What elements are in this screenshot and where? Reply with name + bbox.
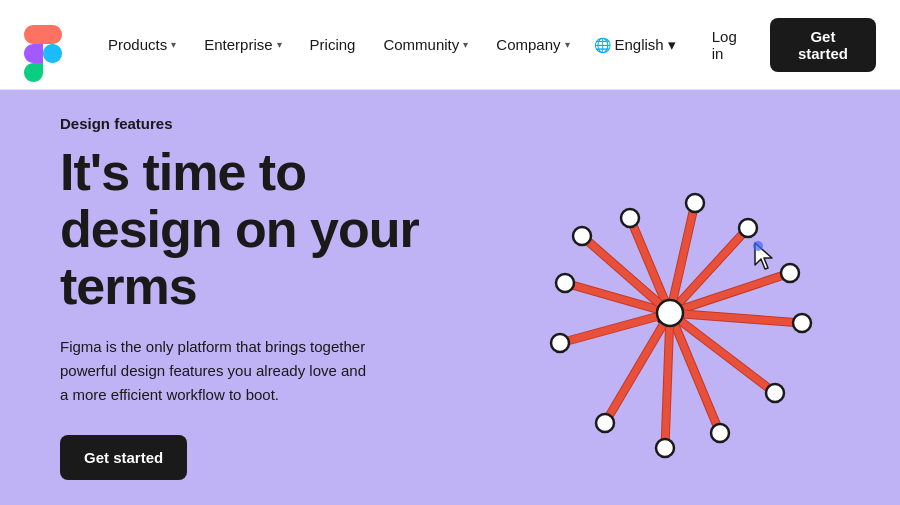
navbar: Products ▾ Enterprise ▾ Pricing Communit… xyxy=(0,0,900,90)
svg-line-23 xyxy=(665,313,670,448)
svg-line-14 xyxy=(670,313,802,323)
hero-cta-button[interactable]: Get started xyxy=(60,435,187,480)
community-chevron-icon: ▾ xyxy=(463,39,468,50)
nav-products[interactable]: Products ▾ xyxy=(96,28,188,61)
figma-logo[interactable] xyxy=(24,25,64,65)
svg-point-21 xyxy=(711,424,729,442)
nav-pricing-label: Pricing xyxy=(310,36,356,53)
nav-right: 🌐 English ▾ Log in Get started xyxy=(582,18,877,72)
hero-cta-label: Get started xyxy=(84,449,163,466)
hero-section: Design features It's time to design on y… xyxy=(0,90,900,505)
language-flag-icon: 🌐 xyxy=(594,37,611,53)
company-chevron-icon: ▾ xyxy=(565,39,570,50)
language-selector[interactable]: 🌐 English ▾ xyxy=(582,28,688,62)
nav-community[interactable]: Community ▾ xyxy=(371,28,480,61)
svg-point-39 xyxy=(657,300,683,326)
nav-products-label: Products xyxy=(108,36,167,53)
language-label: English xyxy=(615,36,664,53)
hero-text-block: Design features It's time to design on y… xyxy=(60,115,460,481)
svg-point-38 xyxy=(753,241,763,251)
products-chevron-icon: ▾ xyxy=(171,39,176,50)
nav-pricing[interactable]: Pricing xyxy=(298,28,368,61)
nav-enterprise[interactable]: Enterprise ▾ xyxy=(192,28,293,61)
svg-point-27 xyxy=(596,414,614,432)
svg-point-18 xyxy=(766,384,784,402)
enterprise-chevron-icon: ▾ xyxy=(277,39,282,50)
svg-point-33 xyxy=(556,274,574,292)
nav-community-label: Community xyxy=(383,36,459,53)
svg-point-30 xyxy=(551,334,569,352)
nav-company-label: Company xyxy=(496,36,560,53)
svg-point-36 xyxy=(573,227,591,245)
nav-links: Products ▾ Enterprise ▾ Pricing Communit… xyxy=(96,28,582,61)
svg-point-12 xyxy=(781,264,799,282)
svg-point-24 xyxy=(656,439,674,457)
svg-point-15 xyxy=(793,314,811,332)
login-button[interactable]: Log in xyxy=(696,20,762,70)
nav-company[interactable]: Company ▾ xyxy=(484,28,581,61)
svg-point-6 xyxy=(686,194,704,212)
svg-point-9 xyxy=(621,209,639,227)
get-started-nav-label: Get started xyxy=(798,28,848,62)
hero-title: It's time to design on your terms xyxy=(60,144,460,316)
nav-enterprise-label: Enterprise xyxy=(204,36,272,53)
language-chevron-icon: ▾ xyxy=(668,36,676,54)
login-label: Log in xyxy=(712,28,737,62)
hero-illustration xyxy=(500,128,840,468)
get-started-nav-button[interactable]: Get started xyxy=(770,18,876,72)
hero-description: Figma is the only platform that brings t… xyxy=(60,335,370,407)
svg-point-3 xyxy=(739,219,757,237)
hero-section-label: Design features xyxy=(60,115,460,132)
